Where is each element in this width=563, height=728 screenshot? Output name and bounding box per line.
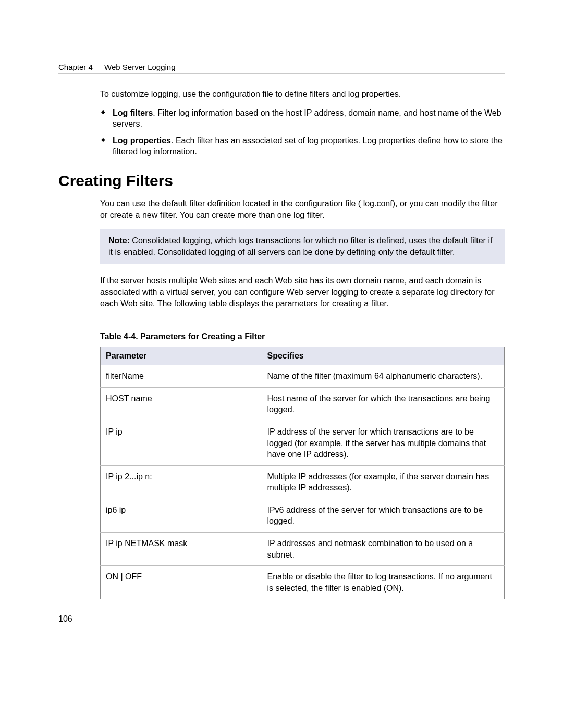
table-cell-param: ip6 ip — [101, 499, 262, 532]
table-cell-spec: Enable or disable the filter to log tran… — [262, 566, 505, 599]
table-row: IP ip NETMASK mask IP addresses and netm… — [101, 533, 505, 566]
table-row: ON | OFF Enable or disable the filter to… — [101, 566, 505, 599]
bullet-list: Log filters. Filter log information base… — [100, 107, 505, 157]
table-caption: Table 4-4. Parameters for Creating a Fil… — [100, 332, 505, 341]
table-header-parameter: Parameter — [101, 347, 262, 365]
note-box: Note: Consolidated logging, which logs t… — [100, 229, 505, 264]
table-cell-spec: IP address of the server for which trans… — [262, 421, 505, 465]
table-header-row: Parameter Specifies — [101, 347, 505, 365]
section-paragraph-2: If the server hosts multiple Web sites a… — [100, 275, 505, 309]
table-row: ip6 ip IPv6 address of the server for wh… — [101, 499, 505, 532]
table-cell-param: filterName — [101, 365, 262, 388]
table-row: IP ip 2...ip n: Multiple IP addresses (f… — [101, 465, 505, 499]
list-item: Log filters. Filter log information base… — [100, 107, 505, 130]
chapter-label: Chapter 4 — [58, 63, 93, 71]
bullet-lead: Log properties — [113, 136, 171, 145]
bullet-text: . Each filter has an associated set of l… — [113, 136, 503, 156]
section-paragraph-1: You can use the default filter definitio… — [100, 198, 505, 220]
table-cell-spec: IP addresses and netmask combination to … — [262, 533, 505, 566]
table-cell-param: IP ip — [101, 421, 262, 465]
table-cell-param: IP ip NETMASK mask — [101, 533, 262, 566]
table-cell-spec: IPv6 address of the server for which tra… — [262, 499, 505, 532]
table-cell-param: ON | OFF — [101, 566, 262, 599]
section-content: You can use the default filter definitio… — [100, 198, 505, 599]
intro-paragraph: To customize logging, use the configurat… — [100, 89, 505, 100]
table-row: IP ip IP address of the server for which… — [101, 421, 505, 465]
bullet-lead: Log filters — [113, 108, 153, 117]
note-text: Consolidated logging, which logs transac… — [108, 236, 492, 256]
note-lead: Note: — [108, 236, 130, 245]
table-header-specifies: Specifies — [262, 347, 505, 365]
body-content: To customize logging, use the configurat… — [100, 89, 505, 157]
chapter-title: Web Server Logging — [104, 63, 175, 71]
parameters-table: Parameter Specifies filterName Name of t… — [100, 347, 505, 599]
list-item: Log properties. Each filter has an assoc… — [100, 135, 505, 157]
running-head: Chapter 4 Web Server Logging — [58, 63, 505, 74]
table-row: HOST name Host name of the server for wh… — [101, 387, 505, 421]
table-cell-spec: Multiple IP addresses (for example, if t… — [262, 465, 505, 499]
table-cell-param: HOST name — [101, 387, 262, 421]
table-row: filterName Name of the filter (maximum 6… — [101, 365, 505, 388]
table-cell-spec: Host name of the server for which the tr… — [262, 387, 505, 421]
table-cell-param: IP ip 2...ip n: — [101, 465, 262, 499]
document-page: Chapter 4 Web Server Logging To customiz… — [0, 0, 563, 728]
page-number: 106 — [58, 611, 505, 624]
table-cell-spec: Name of the filter (maximum 64 alphanume… — [262, 365, 505, 388]
bullet-text: . Filter log information based on the ho… — [113, 108, 501, 129]
section-heading: Creating Filters — [58, 172, 505, 190]
